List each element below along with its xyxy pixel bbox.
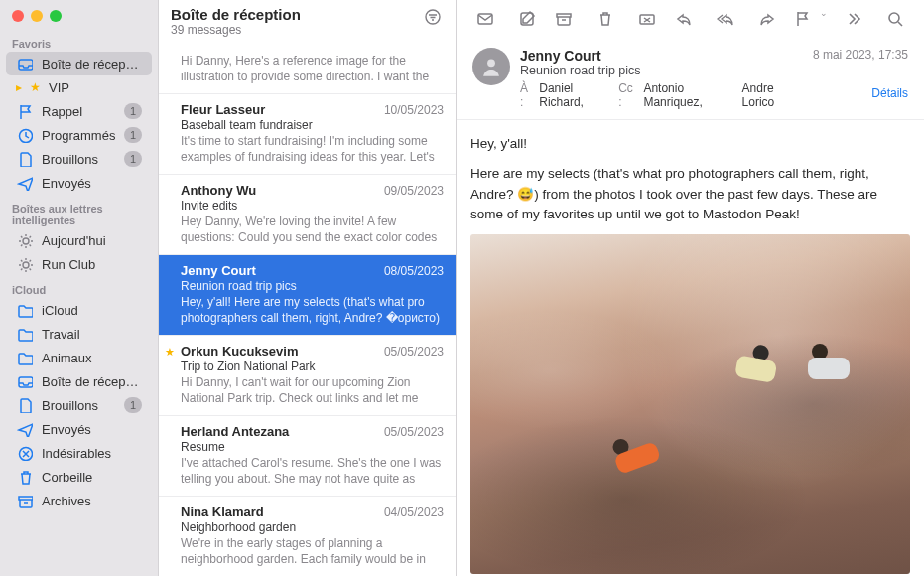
sidebar-item-icloud[interactable]: iCloud <box>6 298 152 322</box>
message-list-header: Boîte de réception 39 messages <box>159 0 456 43</box>
attachment-icon <box>430 198 442 212</box>
delete-button[interactable] <box>594 8 616 30</box>
sidebar-section-smart[interactable]: Boîtes aux lettres intelligentes <box>0 195 158 228</box>
forward-button[interactable] <box>756 8 778 30</box>
clock-icon <box>16 126 34 144</box>
flag-button[interactable] <box>792 8 814 30</box>
sidebar-item-today[interactable]: Aujourd'hui <box>6 228 152 252</box>
sidebar-item-label: Brouillons <box>42 398 116 413</box>
reply-all-button[interactable] <box>715 8 736 30</box>
compose-button[interactable] <box>516 8 538 30</box>
to-name[interactable]: Daniel Richard, <box>539 81 612 109</box>
row-preview: Hey Danny, We're loving the invite! A fe… <box>181 213 444 244</box>
doc-icon <box>16 396 34 414</box>
sidebar-item-label: Programmés <box>42 128 116 143</box>
search-button[interactable] <box>884 8 906 30</box>
archive-button[interactable] <box>553 8 575 30</box>
sidebar-item-travail[interactable]: Travail <box>6 322 152 346</box>
sidebar-item-label: Brouillons <box>42 152 116 167</box>
sidebar-item-trash[interactable]: Corbeille <box>6 465 152 489</box>
sidebar-item-icloud-drafts[interactable]: Brouillons 1 <box>6 393 152 417</box>
row-preview: We're in the early stages of planning a … <box>181 534 444 566</box>
body-paragraph: Here are my selects (that's what pro pho… <box>470 164 910 224</box>
message-datetime: 8 mai 2023, 17:35 <box>813 48 908 62</box>
row-preview: Hey, y'all! Here are my selects (that's … <box>181 293 444 325</box>
message-from[interactable]: Jenny Court <box>520 48 803 64</box>
toolbar-overflow-button[interactable] <box>843 8 864 30</box>
close-window-button[interactable] <box>12 10 24 22</box>
sender-avatar[interactable] <box>472 48 510 85</box>
toolbar: ⌄ <box>457 0 924 38</box>
row-preview: Hi Danny, Here's a reference image for t… <box>181 52 444 83</box>
row-preview: Hi Danny, I can't wait for our upcoming … <box>181 373 444 405</box>
reply-button[interactable] <box>673 8 695 30</box>
filter-button[interactable] <box>422 6 444 28</box>
cc-label: Cc : <box>618 81 637 109</box>
sidebar-item-label: Corbeille <box>42 470 142 485</box>
row-date: 05/05/2023 <box>384 425 444 439</box>
minimize-window-button[interactable] <box>31 10 43 22</box>
message-body: Hey, y'all! Here are my selects (that's … <box>457 120 924 576</box>
sidebar: Favoris Boîte de réception ▸ ★ VIP Rappe… <box>0 0 159 576</box>
sidebar-item-label: Rappel <box>42 104 116 119</box>
row-date: 09/05/2023 <box>384 184 444 198</box>
sidebar-item-vip[interactable]: ▸ ★ VIP <box>6 75 152 99</box>
junk-button[interactable] <box>636 8 658 30</box>
sidebar-item-inbox[interactable]: Boîte de réception <box>6 52 152 75</box>
sidebar-item-archives[interactable]: Archives <box>6 489 152 512</box>
mailbox-title: Boîte de réception <box>171 6 422 23</box>
row-subject: Invite edits <box>181 198 444 213</box>
details-link[interactable]: Détails <box>871 86 908 100</box>
row-date: 05/05/2023 <box>384 345 444 359</box>
sidebar-item-label: Indésirables <box>42 446 142 461</box>
sidebar-item-drafts[interactable]: Brouillons 1 <box>6 147 152 171</box>
attachment-icon <box>430 278 442 292</box>
cc-name[interactable]: Andre Lorico <box>742 81 803 109</box>
svg-point-10 <box>487 59 495 67</box>
sidebar-item-scheduled[interactable]: Programmés 1 <box>6 123 152 147</box>
inbox-icon <box>16 55 34 72</box>
sidebar-section-icloud[interactable]: iCloud <box>0 276 158 298</box>
sidebar-item-animaux[interactable]: Animaux <box>6 346 152 369</box>
attachment-icon[interactable] <box>813 62 908 80</box>
attached-photo[interactable] <box>470 234 910 574</box>
sidebar-item-icloud-inbox[interactable]: Boîte de réception <box>6 369 152 393</box>
sidebar-section-favoris[interactable]: Favoris <box>0 30 158 52</box>
sidebar-item-label: Boîte de réception <box>42 57 142 72</box>
message-row[interactable]: Fleur Lasseur10/05/2023Baseball team fun… <box>159 94 456 175</box>
row-date: 10/05/2023 <box>384 103 444 117</box>
reader-pane: ⌄ Jenny Court Reunion road trip pics À :… <box>457 0 924 576</box>
row-preview: It's time to start fundraising! I'm incl… <box>181 132 444 164</box>
message-row[interactable]: Hi Danny, Here's a reference image for t… <box>159 43 456 94</box>
sidebar-item-icloud-sent[interactable]: Envoyés <box>6 417 152 441</box>
row-subject: Neighborhood garden <box>181 519 444 534</box>
sidebar-item-flagged[interactable]: Rappel 1 <box>6 99 152 123</box>
row-from: Nina Klamard <box>181 504 264 519</box>
row-subject: Resume <box>181 439 444 454</box>
message-row[interactable]: Jenny Court08/05/2023Reunion road trip p… <box>159 255 456 336</box>
cc-name[interactable]: Antonio Manriquez, <box>643 81 735 109</box>
sidebar-item-runclub[interactable]: Run Club <box>6 252 152 276</box>
message-subject: Reunion road trip pics <box>520 64 803 77</box>
sidebar-item-label: Archives <box>42 494 142 508</box>
junk-icon <box>16 444 34 462</box>
sidebar-item-label: Envoyés <box>42 176 142 191</box>
row-date: 04/05/2023 <box>384 505 444 519</box>
sidebar-item-junk[interactable]: Indésirables <box>6 441 152 465</box>
flag-menu-caret[interactable]: ⌄ <box>820 8 828 30</box>
row-from: Fleur Lasseur <box>181 102 265 117</box>
sidebar-item-label: iCloud <box>42 303 142 318</box>
archive-icon <box>16 492 34 509</box>
fullscreen-window-button[interactable] <box>50 10 62 22</box>
get-mail-button[interactable] <box>474 8 496 30</box>
sidebar-item-sent[interactable]: Envoyés <box>6 171 152 195</box>
row-date: 08/05/2023 <box>384 264 444 278</box>
count-badge: 1 <box>124 151 142 167</box>
row-subject: Trip to Zion National Park <box>181 359 444 373</box>
message-row[interactable]: Herland Antezana05/05/2023ResumeI've att… <box>159 416 456 497</box>
message-row[interactable]: ★Orkun Kucuksevim05/05/2023Trip to Zion … <box>159 336 456 416</box>
sidebar-item-label: Aujourd'hui <box>42 233 142 248</box>
message-row[interactable]: Nina Klamard04/05/2023Neighborhood garde… <box>159 497 456 576</box>
folder-icon <box>16 325 34 343</box>
message-row[interactable]: Anthony Wu09/05/2023Invite editsHey Dann… <box>159 175 456 255</box>
